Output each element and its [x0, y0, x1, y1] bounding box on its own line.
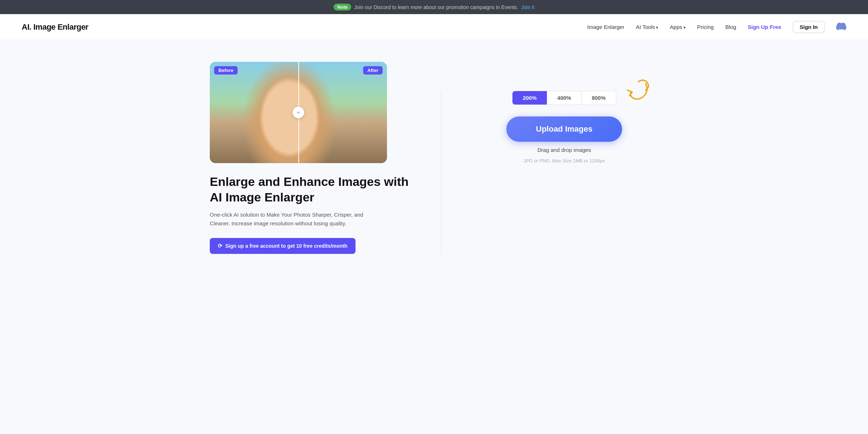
coin-icon: ⟳ [218, 243, 222, 249]
discord-icon[interactable] [836, 21, 846, 31]
cta-signup-button[interactable]: ⟳ Sign up a free account to get 10 free … [210, 238, 356, 254]
site-logo[interactable]: AI. Image Enlarger [22, 22, 88, 32]
hero-title: Enlarge and Enhance Images with AI Image… [210, 174, 412, 205]
arrow-annotation [618, 76, 651, 107]
navbar: AI. Image Enlarger Image Enlarger AI Too… [0, 14, 868, 40]
upload-area: Upload Images Drag and drop images JPG o… [506, 116, 622, 163]
top-banner: Note Join our Discord to learn more abou… [0, 0, 868, 14]
label-before: Before [214, 66, 238, 75]
file-info-text: JPG or PNG, Max Size 1MB or 1200px [524, 158, 605, 163]
banner-link[interactable]: Join it [521, 4, 535, 10]
hero-subtitle: One-click AI solution to Make Your Photo… [210, 210, 376, 228]
nav-pricing[interactable]: Pricing [697, 24, 714, 30]
arrow-svg [618, 76, 651, 105]
main-content: ‹› Before After Enlarge and Enhance Imag… [181, 40, 687, 276]
scale-selector: 200% 400% 800% [512, 91, 616, 105]
scale-800[interactable]: 800% [582, 91, 616, 105]
nav-ai-tools[interactable]: AI Tools [636, 24, 658, 30]
left-section: ‹› Before After Enlarge and Enhance Imag… [210, 62, 412, 254]
nav-blog[interactable]: Blog [725, 24, 736, 30]
upload-button[interactable]: Upload Images [506, 116, 622, 142]
nav-signin[interactable]: Sign In [793, 21, 825, 33]
scale-200[interactable]: 200% [512, 91, 547, 105]
divider-handle[interactable]: ‹› [293, 107, 304, 118]
nav-image-enlarger[interactable]: Image Enlarger [587, 24, 625, 30]
nav-menu: Image Enlarger AI Tools Apps Pricing Blo… [587, 21, 846, 33]
scale-400[interactable]: 400% [547, 91, 582, 105]
nav-signup[interactable]: Sign Up Free [748, 24, 781, 30]
nav-apps[interactable]: Apps [670, 24, 685, 30]
note-badge: Note [333, 4, 351, 10]
right-section: 200% 400% 800% Upload Images Drag and dr… [470, 62, 658, 163]
cta-label: Sign up a free account to get 10 free cr… [225, 243, 348, 249]
label-after: After [363, 66, 383, 75]
section-divider [441, 91, 441, 254]
before-after-container: ‹› Before After [210, 62, 387, 163]
banner-message: Join our Discord to learn more about our… [354, 4, 518, 10]
drag-drop-text: Drag and drop images [537, 147, 591, 153]
